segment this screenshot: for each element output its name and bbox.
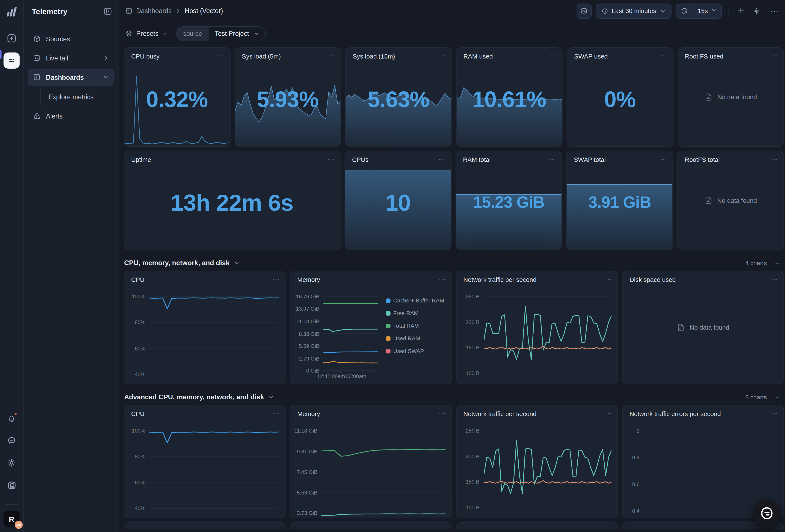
chart-card-disk-space: Disk space used⋯ No data found: [622, 271, 784, 384]
plot-canvas[interactable]: [324, 296, 378, 371]
card-title: Network traffic per second: [463, 410, 536, 418]
section-menu-button[interactable]: ⋯: [773, 260, 781, 266]
brand-title: Telemetry: [32, 7, 67, 16]
y-axis-tick: 60%: [135, 479, 145, 485]
card-title: Uptime: [131, 156, 151, 163]
terminal-icon: [33, 54, 41, 62]
card-menu-button[interactable]: ⋯: [771, 276, 778, 282]
refresh-button[interactable]: [676, 4, 693, 18]
plot-canvas[interactable]: [484, 431, 611, 518]
sidebar-subitem-explore-metrics[interactable]: Explore metrics: [28, 89, 115, 105]
rail-dashboards-button[interactable]: [3, 53, 20, 69]
card-menu-button[interactable]: ⋯: [660, 53, 668, 58]
add-panel-button[interactable]: [735, 5, 746, 17]
file-chart-icon: [677, 323, 685, 332]
network-errors-chart: 00.20.40.60.8112:42:00am12:50:00am1:00:0…: [628, 431, 777, 514]
rail-sources-button[interactable]: [3, 30, 20, 46]
plot-canvas[interactable]: [322, 431, 445, 518]
y-axis-tick: 3.73 GiB: [297, 510, 318, 516]
stat-value: 0%: [567, 65, 673, 133]
card-menu-button[interactable]: ⋯: [605, 410, 612, 416]
card-title: RAM used: [463, 53, 493, 60]
chevron-down-icon: [711, 7, 717, 15]
sidebar-item-alerts[interactable]: Alerts: [28, 107, 115, 125]
card-menu-button[interactable]: ⋯: [660, 156, 667, 161]
time-range-label: Last 30 minutes: [612, 7, 656, 15]
section-collapse-chevron[interactable]: [268, 394, 275, 400]
plot-area[interactable]: [149, 431, 279, 518]
legend-item[interactable]: Cache + Buffer RAM: [386, 297, 444, 303]
advanced-memory-chart: 0 GiB1.86 GiB3.73 GiB5.59 GiB7.45 GiB9.3…: [296, 431, 445, 514]
theme-toggle-sun-icon[interactable]: [3, 455, 20, 471]
card-title: RootFS total: [685, 156, 719, 163]
plot-area[interactable]: [484, 296, 611, 384]
breadcrumb-dashboards-link[interactable]: Dashboards: [136, 7, 172, 15]
card-menu-button[interactable]: ⋯: [771, 156, 778, 161]
card-menu-button[interactable]: ⋯: [605, 276, 612, 282]
sidebar-item-sources[interactable]: Sources: [28, 30, 115, 47]
card-menu-button[interactable]: ⋯: [439, 410, 446, 416]
command-menu-icon[interactable]: [3, 477, 20, 493]
plot-canvas[interactable]: [149, 296, 279, 384]
plot-canvas[interactable]: [149, 431, 279, 518]
plot-area[interactable]: [484, 431, 611, 518]
section-menu-button[interactable]: ⋯: [773, 395, 781, 400]
stat-card-sys-load-15m: Sys load (15m)⋯ 5.63%: [345, 47, 452, 147]
presets-dropdown[interactable]: Presets: [125, 30, 168, 37]
card-menu-button[interactable]: ⋯: [549, 156, 557, 161]
user-avatar[interactable]: R NF: [3, 511, 20, 527]
plot-area[interactable]: [324, 296, 378, 371]
card-menu-button[interactable]: ⋯: [439, 53, 446, 58]
card-menu-button[interactable]: ⋯: [273, 410, 280, 416]
stat-value: 5.93%: [235, 65, 340, 133]
card-menu-button[interactable]: ⋯: [327, 156, 335, 161]
chevron-down-icon: [660, 8, 666, 14]
feedback-chat-icon[interactable]: [3, 433, 20, 449]
legend-item[interactable]: Free RAM: [386, 310, 444, 316]
y-axis-tick: 100%: [132, 428, 145, 434]
chart-card-advanced-network: Network traffic per second⋯ 0 B50 B100 B…: [456, 405, 618, 518]
card-menu-button[interactable]: ⋯: [439, 276, 446, 282]
sidebar-item-dashboards[interactable]: Dashboards: [28, 69, 115, 86]
chart-card-advanced-cpu: CPU⋯ 0%20%40%60%80%100%12:42:00am12:50:0…: [124, 405, 286, 518]
card-menu-button[interactable]: ⋯: [771, 53, 778, 58]
card-menu-button[interactable]: ⋯: [328, 53, 335, 58]
card-menu-button[interactable]: ⋯: [771, 410, 778, 416]
plot-canvas[interactable]: [484, 296, 611, 384]
source-filter-select[interactable]: Test Project: [209, 26, 265, 41]
card-menu-button[interactable]: ⋯: [438, 156, 446, 161]
notifications-bell-icon[interactable]: [3, 411, 20, 427]
y-axis: 0 GiB2.79 GiB5.59 GiB8.38 GiB11.18 GiB13…: [296, 296, 324, 371]
panel-toggle-button[interactable]: [577, 3, 592, 19]
card-menu-button[interactable]: ⋯: [550, 53, 557, 58]
refresh-interval-selector[interactable]: 15s: [692, 4, 721, 18]
legend-item[interactable]: Total RAM: [386, 323, 444, 328]
time-range-selector[interactable]: Last 30 minutes: [596, 3, 671, 19]
y-axis: 0%20%40%60%80%100%: [130, 296, 149, 384]
stat-card-swap-total: SWAP total⋯ 3.91 GiB: [566, 151, 673, 250]
y-axis-tick: 80%: [135, 319, 145, 325]
legend-label: Used SWAP: [394, 348, 424, 354]
more-options-button[interactable]: ⋯: [767, 5, 779, 17]
legend-item[interactable]: Used SWAP: [386, 348, 444, 354]
y-axis-tick: 150 B: [466, 479, 480, 485]
no-data-message: No data found: [623, 271, 784, 384]
support-chat-button[interactable]: [753, 500, 781, 527]
chart-card-network-traffic: Network traffic per second⋯ 0 B50 B100 B…: [456, 271, 618, 384]
card-title: CPUs: [352, 156, 369, 163]
y-axis-tick: 40%: [135, 505, 145, 511]
y-axis: 0 B50 B100 B150 B200 B250 B: [462, 431, 484, 518]
plot-area[interactable]: [149, 296, 279, 384]
section-collapse-chevron[interactable]: [233, 260, 240, 266]
source-filter: source Test Project: [176, 26, 265, 41]
quick-actions-bolt-button[interactable]: [751, 5, 763, 17]
source-filter-key: source: [177, 26, 208, 41]
legend-swatch: [386, 336, 390, 341]
y-axis-tick: 200 B: [466, 319, 480, 325]
sidebar-item-live-tail[interactable]: Live tail: [28, 50, 115, 66]
plot-area[interactable]: [322, 431, 445, 518]
card-menu-button[interactable]: ⋯: [217, 53, 225, 58]
card-menu-button[interactable]: ⋯: [273, 276, 280, 282]
sidebar-collapse-icon[interactable]: [103, 7, 112, 16]
legend-item[interactable]: Used RAM: [386, 335, 444, 341]
